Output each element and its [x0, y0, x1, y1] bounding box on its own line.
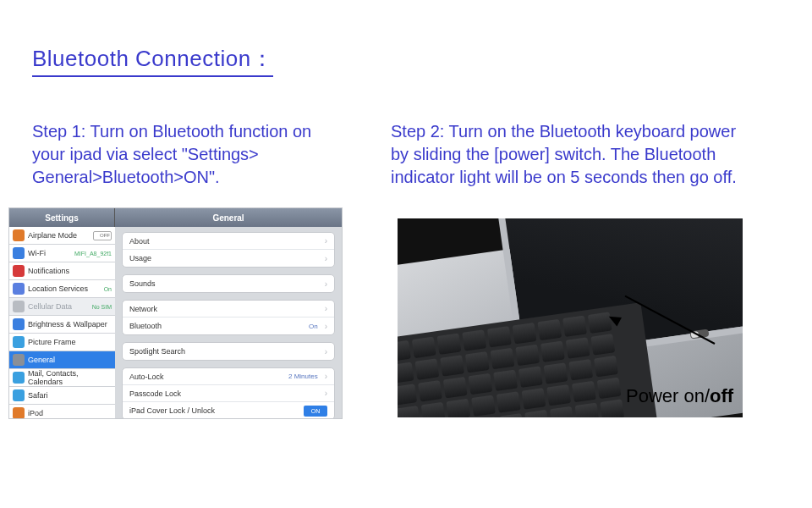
- row-label: Usage: [129, 254, 151, 262]
- row-label: About: [129, 237, 150, 246]
- settings-group: About›Usage›: [122, 232, 335, 268]
- ipad-header-general: General: [115, 208, 342, 227]
- sidebar-item-icon: [13, 265, 25, 277]
- chevron-right-icon: ›: [325, 347, 327, 356]
- power-label: Power on/off: [626, 385, 733, 407]
- sidebar-item-label: Notifications: [28, 267, 69, 275]
- sidebar-item-value: No SIM: [92, 304, 112, 310]
- ipad-settings-illustration: Settings General Airplane ModeOFFWi-FiMI…: [8, 207, 343, 419]
- settings-row: iPad Cover Lock / UnlockON: [123, 402, 334, 418]
- chevron-right-icon: ›: [325, 322, 327, 331]
- sidebar-item-label: Wi-Fi: [28, 249, 46, 257]
- row-value: On: [309, 323, 318, 330]
- sidebar-item-value: On: [104, 286, 112, 292]
- sidebar-item: Notifications: [9, 262, 115, 280]
- settings-group: Spotlight Search›: [122, 342, 335, 361]
- sidebar-item-label: Mail, Contacts, Calendars: [28, 369, 112, 386]
- settings-row: BluetoothOn›: [123, 318, 334, 334]
- step-1-text: Step 1: Turn on Bluetooth function on yo…: [32, 120, 337, 189]
- settings-group: Auto-Lock2 Minutes›Passcode Lock›iPad Co…: [122, 367, 335, 418]
- sidebar-item: Wi-FiMIFI_A8_92f1: [9, 245, 115, 262]
- sidebar-item-icon: [13, 389, 25, 401]
- sidebar-item-icon: [13, 301, 25, 312]
- row-label: Bluetooth: [129, 322, 162, 330]
- ipad-header: Settings General: [9, 208, 342, 227]
- row-toggle: ON: [304, 406, 327, 417]
- step-2-text: Step 2: Turn on the Bluetooth keyboard p…: [391, 120, 754, 189]
- sidebar-item-icon: [13, 247, 25, 259]
- sidebar-item-icon: [13, 318, 25, 330]
- sidebar-item-icon: [13, 229, 25, 241]
- chevron-right-icon: ›: [325, 389, 327, 398]
- sidebar-item-label: Location Services: [28, 284, 88, 293]
- ipad-content: About›Usage›Sounds›Network›BluetoothOn›S…: [115, 227, 342, 418]
- sidebar-item: iPod: [9, 405, 115, 418]
- page-heading: Bluetooth Connection：: [32, 44, 273, 77]
- sidebar-item-value: MIFI_A8_92f1: [74, 251, 112, 257]
- chevron-right-icon: ›: [325, 236, 327, 246]
- sidebar-item-label: Picture Frame: [28, 338, 76, 346]
- row-label: Passcode Lock: [129, 389, 181, 398]
- power-label-part-b: off: [710, 385, 733, 406]
- sidebar-item-label: Cellular Data: [28, 302, 72, 311]
- settings-row: About›: [123, 233, 334, 250]
- sidebar-item-label: iPod: [28, 409, 43, 417]
- sidebar-item-label: Airplane Mode: [28, 231, 77, 240]
- sidebar-item: Picture Frame: [9, 334, 115, 351]
- row-label: Sounds: [129, 279, 156, 288]
- settings-row: Spotlight Search›: [123, 343, 334, 360]
- chevron-right-icon: ›: [325, 254, 327, 263]
- settings-group: Network›BluetoothOn›: [122, 300, 335, 335]
- settings-row: Sounds›: [123, 275, 334, 292]
- sidebar-item-label: Safari: [28, 391, 48, 400]
- chevron-right-icon: ›: [325, 279, 327, 289]
- sidebar-item: Location ServicesOn: [9, 280, 115, 298]
- sidebar-item-icon: [13, 372, 25, 384]
- settings-row: Usage›: [123, 250, 334, 267]
- row-label: Network: [129, 305, 157, 313]
- sidebar-item-icon: [13, 283, 25, 295]
- row-label: Auto-Lock: [129, 373, 164, 381]
- chevron-right-icon: ›: [325, 304, 327, 313]
- row-label: Spotlight Search: [129, 347, 185, 356]
- sidebar-item-label: Brightness & Wallpaper: [28, 320, 107, 329]
- sidebar-item-icon: [13, 336, 25, 348]
- sidebar-item: Mail, Contacts, Calendars: [9, 369, 115, 387]
- sidebar-item: Airplane ModeOFF: [9, 227, 115, 245]
- sidebar-item: Safari: [9, 387, 115, 405]
- sidebar-item-icon: [13, 407, 25, 418]
- settings-row: Network›: [123, 301, 334, 318]
- row-value: 2 Minutes: [288, 373, 318, 380]
- ipad-sidebar: Airplane ModeOFFWi-FiMIFI_A8_92f1Notific…: [9, 227, 115, 418]
- chevron-right-icon: ›: [325, 372, 327, 381]
- settings-row: Auto-Lock2 Minutes›: [123, 368, 334, 385]
- settings-group: Sounds›: [122, 274, 335, 293]
- sidebar-item-label: General: [28, 356, 55, 364]
- sidebar-item-icon: [13, 354, 25, 366]
- sidebar-item: Cellular DataNo SIM: [9, 298, 115, 316]
- settings-row: Passcode Lock›: [123, 385, 334, 402]
- sidebar-item: General: [9, 351, 115, 369]
- power-label-part-a: Power on/: [626, 385, 710, 406]
- sidebar-item-toggle: OFF: [93, 231, 112, 240]
- row-label: iPad Cover Lock / Unlock: [129, 406, 215, 415]
- ipad-header-settings: Settings: [9, 208, 115, 227]
- sidebar-item: Brightness & Wallpaper: [9, 316, 115, 334]
